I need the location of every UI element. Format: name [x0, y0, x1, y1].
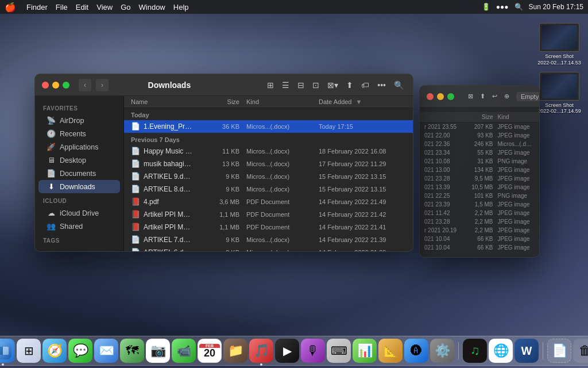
dock-numbers[interactable]: 📊: [353, 339, 377, 363]
menubar-window[interactable]: Window: [139, 3, 165, 12]
file-row[interactable]: 📄 ARTIKEL 9.docx 9 KB Micros...(.docx) 1…: [124, 170, 413, 183]
view-list-btn[interactable]: ☰: [280, 79, 292, 91]
maximize-button-back[interactable]: [447, 93, 454, 100]
back-list-row[interactable]: 021 10.04 66 KB JPEG image: [420, 235, 539, 243]
dock-trash[interactable]: 🗑: [573, 339, 588, 363]
back-list-row[interactable]: 021 23.39 1,5 MB JPEG image: [420, 200, 539, 209]
nav-forward-button[interactable]: ›: [96, 79, 109, 91]
file-kind: PDF Document: [239, 224, 314, 231]
back-list-row[interactable]: 021 22.36 246 KB Micros...(.docx): [420, 140, 539, 148]
menubar-help[interactable]: Help: [173, 3, 189, 12]
dock-mail[interactable]: ✉️: [94, 339, 118, 363]
dock-facetime[interactable]: 📹: [172, 339, 196, 363]
back-list-row[interactable]: 021 13.00 134 KB JPEG image: [420, 166, 539, 174]
file-row[interactable]: 📕 Artikel PPI Mochamad Yusuf Kurniawan 4…: [124, 208, 413, 221]
file-row[interactable]: 📄 ARTIKEL 8.docx 9 KB Micros...(.docx) 1…: [124, 183, 413, 195]
dock-appstore[interactable]: 🅐: [404, 339, 428, 363]
view-gallery-btn[interactable]: ⊡: [310, 79, 322, 91]
dock-podcasts[interactable]: 🎙: [301, 339, 325, 363]
back-list-row[interactable]: 021 22.00 93 KB JPEG image: [420, 131, 539, 140]
toolbar-tag-back[interactable]: ↩: [490, 91, 500, 101]
file-row[interactable]: 📄 1.Evening_Prayers.docx 36 KB Micros...…: [124, 120, 413, 133]
sidebar-item-airdrop[interactable]: 📡 AirDrop: [38, 114, 120, 127]
back-list-row[interactable]: 021 11.42 2,2 MB JPEG image: [420, 209, 539, 217]
tag-btn[interactable]: 🏷: [359, 79, 372, 91]
menubar-view[interactable]: View: [96, 3, 113, 12]
close-button-front[interactable]: [42, 82, 49, 89]
dock-spotify[interactable]: ♫: [463, 339, 487, 363]
file-row[interactable]: 📄 Happy Music for the Spirit of Life.doc…: [124, 145, 413, 158]
dock-keynote[interactable]: 📐: [378, 339, 403, 363]
nav-back-button[interactable]: ‹: [79, 79, 91, 91]
sidebar-item-desktop[interactable]: 🖥 Desktop: [38, 154, 120, 167]
col-date-header[interactable]: Date Added ▼: [314, 98, 406, 105]
dock-downloads[interactable]: 📄: [547, 339, 571, 363]
group-btn[interactable]: ⊠▾: [325, 79, 341, 91]
dock-textutil[interactable]: ⌨: [327, 339, 351, 363]
section-today: Today: [124, 108, 413, 120]
dock-music[interactable]: 🎵: [249, 339, 273, 363]
apple-menu[interactable]: 🍎: [5, 2, 16, 13]
view-grid-btn[interactable]: ⊞: [265, 79, 276, 91]
dock-files[interactable]: 📁: [223, 339, 247, 363]
back-list-row[interactable]: 021 22.25 101 KB PNG image: [420, 191, 539, 200]
dock-messages[interactable]: 💬: [68, 339, 92, 363]
dock-finder[interactable]: [0, 339, 15, 363]
dock-sysprefs[interactable]: ⚙️: [430, 339, 454, 363]
col-kind-header[interactable]: Kind: [239, 98, 314, 105]
back-list-row[interactable]: 021 10.08 31 KB PNG image: [420, 157, 539, 166]
file-row[interactable]: 📄 musik bahagia.docx 13 KB Micros...(.do…: [124, 158, 413, 170]
menubar-go[interactable]: Go: [121, 3, 130, 12]
dock-appletv[interactable]: ▶: [275, 339, 299, 363]
file-kind: Micros...(.docx): [239, 186, 314, 193]
back-size: 66 KB: [462, 244, 493, 251]
sidebar-item-documents[interactable]: 📄 Documents: [38, 167, 120, 180]
back-size: 93 KB: [462, 132, 493, 139]
dock-calendar[interactable]: FEB 20: [198, 339, 222, 363]
sidebar-item-recents[interactable]: 🕐 Recents: [38, 127, 120, 140]
back-list-row[interactable]: 021 23.28 2,2 MB JPEG image: [420, 217, 539, 226]
sidebar-item-applications[interactable]: 🚀 Applications: [38, 140, 120, 154]
search-btn[interactable]: 🔍: [392, 79, 406, 91]
file-row[interactable]: 📕 Artikel PPI Mochamad Yusuf Kurniawan 4…: [124, 221, 413, 233]
back-list-row[interactable]: 021 10.04 66 KB JPEG image: [420, 243, 539, 252]
file-row[interactable]: 📄 ARTIKEL 7.docx 9 KB Micros...(.docx) 1…: [124, 233, 413, 246]
file-name: ARTIKEL 8.docx: [144, 185, 194, 193]
dock-safari[interactable]: 🧭: [42, 339, 67, 363]
shared-icon: 👥: [47, 222, 56, 231]
sidebar-item-icloud-drive[interactable]: ☁ iCloud Drive: [38, 206, 120, 220]
close-button-back[interactable]: [427, 93, 434, 100]
sidebar-item-downloads[interactable]: ⬇ Downloads: [38, 180, 120, 193]
file-row[interactable]: 📄 ARTIKEL 6.docx 9 KB Micros...(.docx) 1…: [124, 246, 413, 251]
dock-word[interactable]: W: [514, 339, 539, 363]
share-btn[interactable]: ⬆: [344, 79, 355, 91]
back-list-row[interactable]: 021 23.34 55 KB JPEG image: [420, 148, 539, 157]
toolbar-share-back[interactable]: ⬆: [478, 91, 488, 101]
back-list-row[interactable]: r 2021 23.55 207 KB JPEG image: [420, 122, 539, 131]
back-list-row[interactable]: 021 13.39 10,5 MB JPEG image: [420, 183, 539, 191]
toolbar-group-back[interactable]: ⊠: [466, 91, 475, 101]
back-list-row[interactable]: r 2021 20.19 2,2 MB JPEG image: [420, 226, 539, 235]
menubar-edit[interactable]: Edit: [76, 3, 88, 12]
desktop-icon-screenshot1[interactable]: Screen Shot 2022-02...17.14.53: [536, 23, 582, 66]
maximize-button-front[interactable]: [63, 82, 69, 89]
col-name-header[interactable]: Name: [131, 98, 194, 105]
dock-launchpad[interactable]: ⊞: [17, 339, 41, 363]
toolbar-more-back[interactable]: ⊕: [502, 91, 512, 101]
view-columns-btn[interactable]: ⊟: [295, 79, 307, 91]
dock-maps[interactable]: 🗺: [120, 339, 144, 363]
minimize-button-back[interactable]: [437, 93, 444, 100]
dock-chrome[interactable]: 🌐: [489, 339, 513, 363]
file-row[interactable]: 📕 4.pdf 3,6 MB PDF Document 14 February …: [124, 195, 413, 208]
menubar-file[interactable]: File: [56, 3, 68, 12]
more-btn[interactable]: •••: [375, 79, 388, 91]
sidebar-item-shared[interactable]: 👥 Shared: [38, 220, 120, 233]
minimize-button-front[interactable]: [52, 82, 59, 89]
menubar-finder[interactable]: Finder: [26, 3, 48, 12]
col-size-header[interactable]: Size: [194, 98, 239, 105]
empty-button[interactable]: Empty: [516, 92, 540, 101]
back-list-row[interactable]: 021 23.28 9,5 MB JPEG image: [420, 174, 539, 183]
search-icon-menubar[interactable]: 🔍: [514, 3, 523, 11]
dock-photos[interactable]: 📷: [146, 339, 170, 363]
desktop-icon-screenshot2[interactable]: Screen Shot 2022-02...17.14.59: [536, 72, 582, 115]
